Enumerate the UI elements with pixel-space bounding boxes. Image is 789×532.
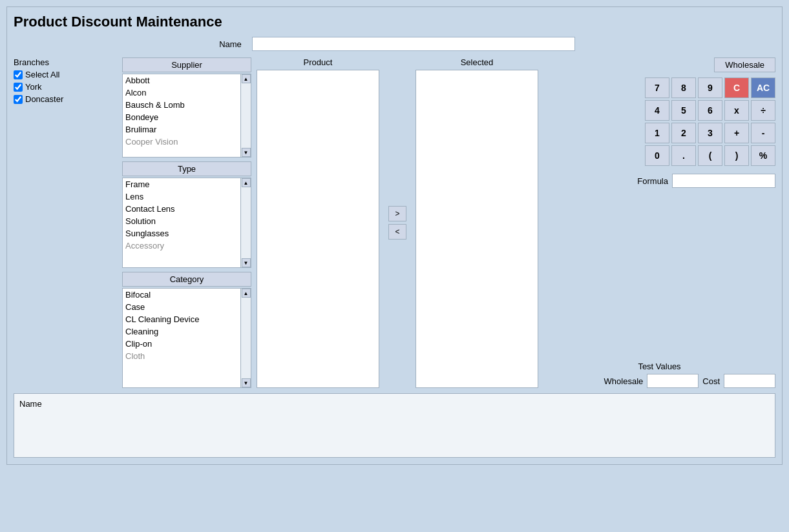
calc-dot[interactable]: . (671, 145, 696, 166)
category-item-cleaning[interactable]: Cleaning (123, 325, 240, 338)
calc-5[interactable]: 5 (671, 100, 696, 121)
supplier-item-alcon[interactable]: Alcon (123, 87, 240, 99)
category-item-bifocal[interactable]: Bifocal (123, 289, 240, 301)
branch-doncaster-label: Doncaster (25, 94, 63, 104)
type-scrollbar[interactable]: ▲ ▼ (240, 178, 251, 267)
calc-2[interactable]: 2 (671, 123, 696, 143)
spacer (543, 193, 775, 356)
category-scroll-track (241, 298, 251, 378)
right-panel: Wholesale 7 8 9 C AC 4 5 6 x ÷ 1 2 3 + (543, 57, 775, 388)
type-items: Frame Lens Contact Lens Solution Sunglas… (123, 178, 240, 267)
product-panel: Product (257, 57, 379, 388)
supplier-scrollbar[interactable]: ▲ ▼ (240, 74, 251, 157)
category-item-clip-on[interactable]: Clip-on (123, 338, 240, 350)
wholesale-test-label: Wholesale (604, 376, 644, 386)
type-scroll-track (241, 187, 251, 258)
type-item-solution[interactable]: Solution (123, 215, 240, 227)
supplier-scroll-down[interactable]: ▼ (242, 148, 251, 157)
branches-panel: Branches Select All York Doncaster (14, 57, 117, 388)
middle-panel: Supplier Abbott Alcon Bausch & Lomb Bond… (122, 57, 251, 388)
cost-test-input[interactable] (724, 374, 775, 388)
calc-6[interactable]: 6 (698, 100, 722, 121)
test-values-row: Wholesale Cost (543, 374, 775, 388)
calc-divide[interactable]: ÷ (751, 100, 775, 121)
content-area: Branches Select All York Doncaster (14, 57, 775, 388)
type-item-accessory[interactable]: Accessory (123, 240, 240, 252)
calc-ac[interactable]: AC (751, 77, 775, 98)
move-left-button[interactable]: < (388, 224, 406, 240)
arrow-panel: > < (384, 57, 410, 388)
selected-label: Selected (416, 57, 538, 67)
category-scroll-up[interactable]: ▲ (242, 289, 251, 298)
calc-8[interactable]: 8 (671, 77, 696, 98)
supplier-items: Abbott Alcon Bausch & Lomb Bondeye Bruli… (123, 74, 240, 157)
move-right-button[interactable]: > (388, 206, 406, 221)
branch-doncaster: Doncaster (14, 94, 117, 104)
category-header: Category (122, 272, 251, 287)
type-scroll-up[interactable]: ▲ (242, 178, 251, 187)
branch-select-all-checkbox[interactable] (14, 70, 23, 79)
category-item-cl-cleaning[interactable]: CL Cleaning Device (123, 313, 240, 325)
calc-0[interactable]: 0 (645, 145, 669, 166)
selected-list[interactable] (416, 70, 538, 388)
calc-plus[interactable]: + (724, 123, 749, 143)
cost-test-label: Cost (702, 376, 720, 386)
checkbox-list: Select All York Doncaster (14, 70, 117, 104)
name-input[interactable] (252, 37, 575, 51)
supplier-scroll-track (241, 83, 251, 148)
calc-close-paren[interactable]: ) (724, 145, 749, 166)
product-label: Product (257, 57, 379, 67)
formula-input[interactable] (672, 174, 775, 188)
calc-x[interactable]: x (724, 100, 749, 121)
type-item-lens[interactable]: Lens (123, 190, 240, 203)
supplier-listbox: Abbott Alcon Bausch & Lomb Bondeye Bruli… (122, 74, 251, 158)
calc-c[interactable]: C (724, 77, 749, 98)
branch-doncaster-checkbox[interactable] (14, 95, 23, 104)
wholesale-test-input[interactable] (647, 374, 699, 388)
calc-9[interactable]: 9 (698, 77, 722, 98)
calc-3[interactable]: 3 (698, 123, 722, 143)
supplier-item-bondeye[interactable]: Bondeye (123, 111, 240, 123)
test-values-section: Test Values Wholesale Cost (543, 362, 775, 388)
supplier-section: Supplier Abbott Alcon Bausch & Lomb Bond… (122, 57, 251, 158)
category-item-cloth[interactable]: Cloth (123, 350, 240, 362)
supplier-item-cooper[interactable]: Cooper Vision (123, 136, 240, 148)
supplier-item-brulimar[interactable]: Brulimar (123, 123, 240, 136)
selected-panel: Selected (416, 57, 538, 388)
formula-label: Formula (637, 176, 668, 186)
product-list[interactable] (257, 70, 379, 388)
calc-4[interactable]: 4 (645, 100, 669, 121)
branch-york-label: York (25, 82, 42, 92)
calc-7[interactable]: 7 (645, 77, 669, 98)
bottom-section: Name (14, 393, 775, 458)
type-item-frame[interactable]: Frame (123, 178, 240, 190)
category-scrollbar[interactable]: ▲ ▼ (240, 289, 251, 387)
formula-row: Formula (543, 174, 775, 188)
type-section: Type Frame Lens Contact Lens Solution Su… (122, 161, 251, 268)
type-listbox: Frame Lens Contact Lens Solution Sunglas… (122, 178, 251, 268)
page-title: Product Discount Maintenance (14, 14, 775, 30)
calc-1[interactable]: 1 (645, 123, 669, 143)
branch-select-all-label: Select All (25, 70, 59, 79)
supplier-item-bausch[interactable]: Bausch & Lomb (123, 99, 240, 111)
calc-minus[interactable]: - (751, 123, 775, 143)
category-item-case[interactable]: Case (123, 301, 240, 313)
wholesale-button[interactable]: Wholesale (714, 57, 775, 72)
main-container: Product Discount Maintenance Name Branch… (6, 6, 783, 465)
type-header: Type (122, 161, 251, 176)
supplier-header: Supplier (122, 57, 251, 72)
branch-york: York (14, 82, 117, 92)
name-row: Name (14, 37, 775, 51)
category-scroll-down[interactable]: ▼ (242, 378, 251, 387)
supplier-item-abbott[interactable]: Abbott (123, 74, 240, 87)
type-scroll-down[interactable]: ▼ (242, 258, 251, 267)
supplier-scroll-up[interactable]: ▲ (242, 74, 251, 83)
category-items: Bifocal Case CL Cleaning Device Cleaning… (123, 289, 240, 387)
branch-york-checkbox[interactable] (14, 83, 23, 92)
type-item-contact-lens[interactable]: Contact Lens (123, 203, 240, 215)
name-top-label: Name (215, 39, 247, 49)
calc-open-paren[interactable]: ( (698, 145, 722, 166)
calc-percent[interactable]: % (751, 145, 775, 166)
type-item-sunglasses[interactable]: Sunglasses (123, 227, 240, 240)
category-listbox: Bifocal Case CL Cleaning Device Cleaning… (122, 288, 251, 388)
